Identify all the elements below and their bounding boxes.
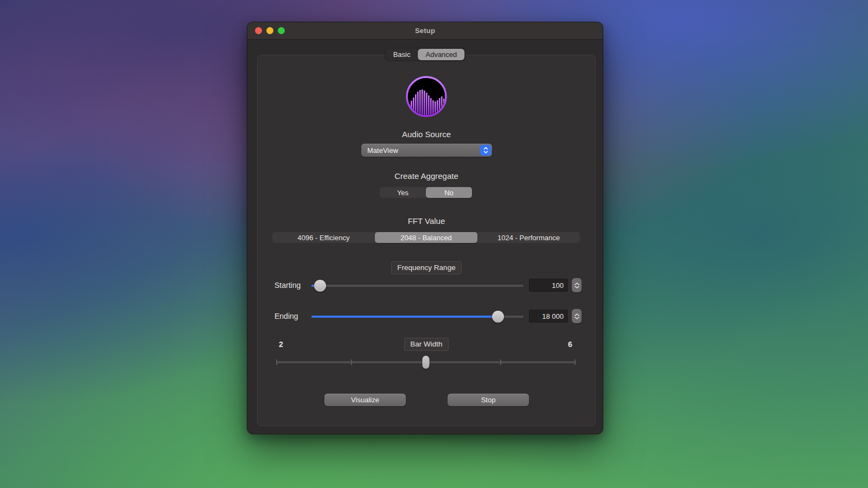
minimize-button[interactable] (266, 27, 273, 34)
close-button[interactable] (255, 27, 262, 34)
fft-segmented: 4096 - Efficiency 2048 - Balanced 1024 -… (272, 232, 580, 243)
ending-row: Ending 18 000 (258, 310, 596, 324)
starting-slider[interactable] (311, 285, 524, 287)
tab-strip: Basic Advanced (385, 48, 466, 61)
segment-4096-efficiency[interactable]: 4096 - Efficiency (272, 232, 375, 243)
bar-width-tick (575, 359, 576, 365)
ending-stepper[interactable] (572, 309, 582, 323)
stepper-up-icon (575, 313, 579, 316)
create-aggregate-label: Create Aggregate (258, 171, 595, 181)
settings-panel: Audio Source MateView Create Aggregate Y… (257, 55, 596, 426)
starting-value-field[interactable]: 100 (529, 279, 568, 292)
zoom-button[interactable] (278, 27, 285, 34)
ending-slider-fill (311, 316, 498, 318)
audio-source-popup[interactable]: MateView (361, 144, 492, 157)
bar-width-knob[interactable] (423, 356, 430, 369)
visualize-button[interactable]: Visualize (324, 394, 406, 406)
starting-slider-knob[interactable] (314, 280, 326, 292)
ending-slider-knob[interactable] (492, 311, 504, 323)
titlebar[interactable]: Setup (247, 22, 603, 40)
bar-width-tick (351, 359, 352, 365)
ending-label: Ending (275, 312, 298, 320)
audio-visualizer-icon (405, 75, 448, 118)
bar-width-tick (276, 359, 277, 365)
stop-button[interactable]: Stop (448, 394, 529, 406)
tab-basic[interactable]: Basic (386, 49, 418, 60)
tab-advanced[interactable]: Advanced (418, 49, 464, 60)
audio-source-label: Audio Source (258, 130, 595, 139)
segment-1024-performance[interactable]: 1024 - Performance (477, 232, 580, 243)
ending-value-field[interactable]: 18 000 (529, 310, 568, 323)
segment-yes[interactable]: Yes (380, 187, 426, 198)
audio-source-value: MateView (361, 146, 480, 155)
frequency-range-label: Frequency Range (391, 261, 461, 274)
starting-stepper[interactable] (572, 278, 582, 292)
traffic-lights (255, 27, 285, 34)
stepper-down-icon (575, 317, 579, 319)
segment-no[interactable]: No (426, 187, 472, 198)
starting-row: Starting 100 (258, 279, 596, 293)
ending-slider[interactable] (311, 316, 524, 318)
fft-value-label: FFT Value (258, 216, 595, 226)
create-aggregate-segmented: Yes No (379, 187, 473, 198)
starting-label: Starting (275, 281, 301, 290)
popup-chevrons-icon (480, 145, 491, 156)
bar-width-tick (500, 359, 501, 365)
setup-window: Setup Basic Advanced (247, 22, 603, 434)
bar-width-label: Bar Width (404, 338, 448, 351)
stepper-up-icon (575, 282, 579, 285)
window-title: Setup (415, 27, 435, 35)
segment-2048-balanced[interactable]: 2048 - Balanced (375, 232, 477, 243)
bar-width-slider[interactable] (277, 356, 575, 368)
stepper-down-icon (575, 286, 579, 288)
